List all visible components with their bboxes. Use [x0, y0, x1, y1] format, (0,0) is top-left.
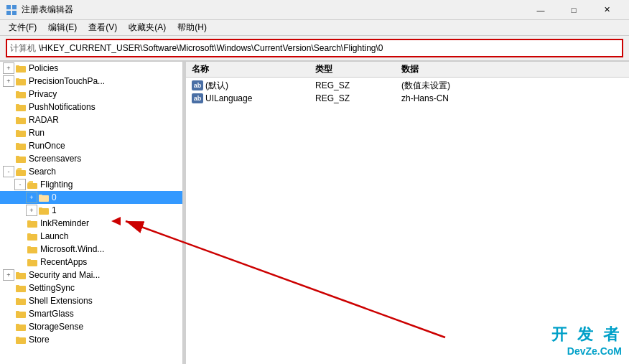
tree-item-settingsync[interactable]: SettingSync: [0, 281, 182, 294]
close-button[interactable]: ✕: [590, 0, 623, 20]
tree-label: Policies: [29, 63, 58, 73]
folder-icon: [27, 218, 38, 228]
tree-item-1[interactable]: + 1: [0, 204, 182, 217]
folder-icon: [15, 335, 27, 345]
right-panel: 名称 类型 数据 ab (默认) REG_SZ (数值未设置) ab: [186, 62, 629, 364]
menu-edit[interactable]: 编辑(E): [42, 20, 83, 35]
svg-rect-35: [27, 259, 31, 261]
tree-item-radar[interactable]: RADAR: [0, 113, 182, 126]
tree-label: Shell Extensions: [29, 296, 93, 306]
folder-icon: [38, 205, 50, 215]
main-content: + Policies + PrecisionTouchPa... Privacy: [0, 61, 629, 364]
svg-rect-5: [16, 65, 19, 67]
svg-rect-43: [16, 311, 19, 313]
tree-item-run[interactable]: Run: [0, 126, 182, 139]
folder-icon: [27, 257, 38, 267]
table-row[interactable]: ab (默认) REG_SZ (数值未设置): [186, 79, 629, 92]
folder-icon: [15, 89, 27, 99]
expand-precision[interactable]: +: [3, 75, 14, 87]
menu-view[interactable]: 查看(V): [83, 20, 123, 35]
address-path: \HKEY_CURRENT_USER\Software\Microsoft\Wi…: [39, 43, 619, 53]
col-header-type: 类型: [315, 63, 401, 75]
folder-icon: [15, 283, 27, 293]
svg-rect-20: [16, 170, 26, 176]
svg-rect-2: [6, 11, 11, 15]
tree-item-pushnotifications[interactable]: PushNotifications: [0, 101, 182, 113]
svg-rect-9: [16, 91, 19, 93]
folder-icon: [15, 141, 27, 151]
tree-item-store[interactable]: Store: [0, 333, 182, 346]
tree-label: Microsoft.Wind...: [40, 244, 104, 254]
minimize-button[interactable]: —: [524, 0, 557, 20]
address-bar[interactable]: 计算机 \HKEY_CURRENT_USER\Software\Microsof…: [6, 39, 623, 57]
tree-label: Store: [29, 335, 50, 345]
folder-icon: [15, 322, 27, 332]
menu-help[interactable]: 帮助(H): [172, 20, 213, 35]
tree-label: Screensavers: [29, 154, 81, 164]
tree-item-screensavers[interactable]: Screensavers: [0, 152, 182, 165]
tree-label: SmartGlass: [29, 309, 74, 319]
reg-sz-icon: ab: [192, 93, 203, 103]
cell-data-default: (数值未设置): [401, 80, 629, 92]
svg-rect-27: [39, 207, 42, 210]
tree-label: Security and Mai...: [29, 270, 100, 280]
tree-item-recentapps[interactable]: RecentApps: [0, 256, 182, 269]
tree-label: Run: [29, 128, 45, 138]
tree-item-microsoft-wind[interactable]: Microsoft.Wind...: [0, 243, 182, 256]
tree-label: StorageSense: [29, 322, 83, 332]
tree-item-shellextensions[interactable]: Shell Extensions: [0, 294, 182, 307]
cell-name-uilanguage: ab UILanguage: [186, 93, 315, 103]
folder-icon: [15, 76, 27, 86]
tree-item-search[interactable]: - Search: [0, 165, 182, 178]
svg-rect-41: [16, 298, 19, 300]
menu-bar: 文件(F) 编辑(E) 查看(V) 收藏夹(A) 帮助(H): [0, 20, 629, 36]
expand-0[interactable]: +: [26, 192, 37, 203]
expand-policies[interactable]: +: [3, 62, 14, 74]
tree-label: Launch: [40, 231, 68, 241]
tree-label: Flighting: [40, 179, 73, 190]
svg-rect-1: [12, 5, 17, 9]
table-row[interactable]: ab UILanguage REG_SZ zh-Hans-CN: [186, 92, 629, 105]
tree-panel: + Policies + PrecisionTouchPa... Privacy: [0, 62, 183, 364]
tree-item-storagesense[interactable]: StorageSense: [0, 320, 182, 333]
svg-rect-15: [16, 130, 19, 132]
tree-item-privacy[interactable]: Privacy: [0, 88, 182, 101]
reg-sz-icon: ab: [192, 80, 203, 90]
tree-item-flighting[interactable]: - Flighting: [0, 178, 182, 191]
svg-rect-39: [16, 285, 19, 287]
menu-file[interactable]: 文件(F): [3, 20, 42, 35]
tree-label: InkReminder: [40, 218, 89, 228]
table-body: ab (默认) REG_SZ (数值未设置) ab UILanguage REG…: [186, 78, 629, 105]
menu-favorites[interactable]: 收藏夹(A): [123, 20, 172, 35]
maximize-button[interactable]: □: [557, 0, 590, 20]
tree-item-0[interactable]: + 0: [0, 191, 182, 204]
tree-item-policies[interactable]: + Policies: [0, 62, 182, 75]
folder-icon-open: [27, 179, 38, 190]
expand-search[interactable]: -: [3, 166, 14, 177]
tree-label: 1: [52, 205, 57, 215]
tree-item-smartglass[interactable]: SmartGlass: [0, 307, 182, 320]
svg-rect-19: [16, 156, 19, 158]
tree-label: PrecisionTouchPa...: [29, 76, 105, 86]
tree-label: PushNotifications: [29, 102, 95, 112]
svg-rect-3: [12, 11, 17, 15]
svg-rect-29: [27, 220, 31, 223]
tree-item-inkreminder[interactable]: InkReminder: [0, 217, 182, 230]
tree-item-launch[interactable]: Launch: [0, 230, 182, 243]
folder-icon: [15, 115, 27, 125]
address-label: 计算机: [10, 42, 36, 55]
cell-name-default: ab (默认): [186, 80, 315, 92]
svg-rect-31: [27, 233, 31, 235]
expand-1[interactable]: +: [26, 205, 37, 216]
tree-item-precisiontouchpa[interactable]: + PrecisionTouchPa...: [0, 75, 182, 88]
folder-icon: [15, 128, 27, 138]
tree-item-security[interactable]: + Security and Mai...: [0, 269, 182, 281]
tree-item-runonce[interactable]: RunOnce: [0, 139, 182, 152]
folder-icon: [38, 192, 50, 202]
svg-marker-23: [27, 181, 33, 183]
cell-type-default: REG_SZ: [315, 80, 401, 90]
tree-label: Search: [29, 167, 56, 177]
expand-security[interactable]: +: [3, 269, 14, 281]
expand-flighting[interactable]: -: [14, 179, 26, 190]
cell-data-uilanguage: zh-Hans-CN: [401, 93, 629, 103]
